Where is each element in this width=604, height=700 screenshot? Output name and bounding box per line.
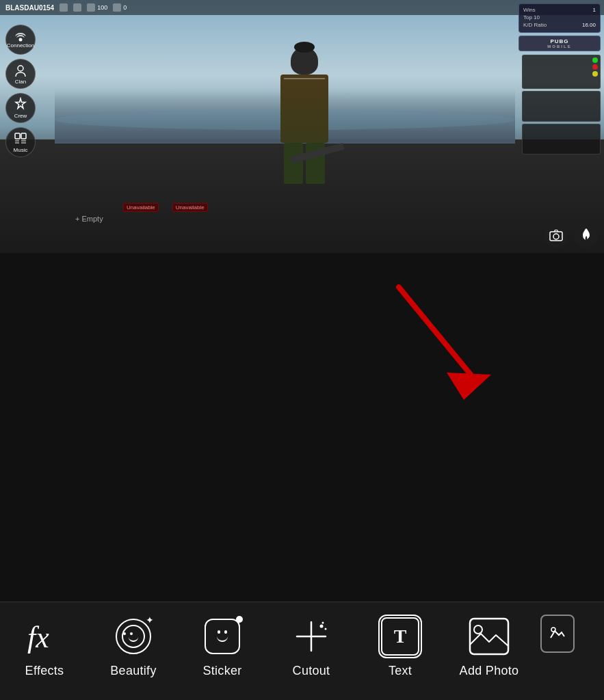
sidebar-music[interactable]: Music	[5, 127, 36, 157]
text-icon: T	[381, 617, 419, 656]
sticker-icon	[205, 619, 240, 654]
equip-slot-1	[522, 55, 601, 89]
right-stats-panel: Wins 1 Top 10 K/D Ratio 16.00 PUBG MOBIL…	[518, 3, 601, 51]
effects-icon-wrap: fx	[23, 615, 66, 658]
svg-point-12	[325, 628, 327, 630]
svg-rect-3	[21, 133, 26, 139]
crew-label: Crew	[14, 113, 27, 119]
slot-tags: Unavailable Unavailable	[123, 203, 208, 212]
empty-slot[interactable]: + Empty	[75, 212, 103, 224]
equip-slot-3	[522, 124, 601, 154]
hud-signal	[73, 3, 81, 12]
svg-text:fx: fx	[27, 621, 49, 654]
cutout-icon	[291, 617, 331, 656]
effects-label: Effects	[25, 664, 64, 678]
flame-icon[interactable]	[574, 223, 599, 247]
hud-battery	[60, 3, 68, 12]
kd-label: K/D Ratio	[523, 22, 547, 28]
toolbar-effects[interactable]: fx Effects	[0, 615, 89, 678]
stats-box: Wins 1 Top 10 K/D Ratio 16.00	[518, 3, 601, 33]
unavailable-tag-1: Unavailable	[123, 203, 159, 212]
svg-point-5	[553, 234, 559, 239]
dark-editing-area	[0, 253, 604, 602]
svg-point-15	[474, 625, 482, 634]
equip-slot-2	[522, 91, 601, 122]
pubg-logo: PUBG MOBILE	[518, 36, 601, 51]
toolbar-text[interactable]: T Text	[356, 615, 445, 678]
cutout-label: Cutout	[293, 664, 330, 678]
add-photo-label: Add Photo	[460, 664, 519, 678]
sticker-label: Sticker	[202, 664, 241, 678]
svg-point-0	[19, 38, 23, 42]
svg-marker-7	[447, 373, 491, 400]
bottom-right-icons	[544, 223, 599, 247]
kd-value: 16.00	[582, 22, 596, 28]
svg-rect-14	[470, 619, 508, 654]
top10-label: Top 10	[523, 14, 540, 21]
sidebar-crew[interactable]: Crew	[5, 93, 36, 123]
wins-value: 1	[593, 7, 596, 13]
clan-label: Clan	[15, 79, 26, 85]
connection-label: Connection	[7, 42, 34, 49]
toolbar-beautify[interactable]: ✦ Beautify	[89, 615, 178, 678]
camera-icon[interactable]	[544, 223, 568, 247]
beautify-label: Beautify	[110, 664, 156, 678]
text-t-icon: T	[394, 625, 407, 647]
next-tool-icon	[540, 615, 575, 653]
effects-icon: fx	[25, 615, 64, 658]
svg-point-11	[320, 625, 324, 628]
game-screenshot: BLASDAU0154 100 0 Connection	[0, 0, 604, 253]
hud-health: 100	[87, 3, 107, 12]
svg-rect-2	[15, 133, 20, 139]
wins-label: Wins	[523, 7, 536, 13]
top-hud: BLASDAU0154 100 0	[0, 0, 604, 15]
equip-area	[522, 55, 601, 157]
sticker-dot	[236, 616, 243, 623]
toolbar-next-partial[interactable]	[534, 615, 588, 653]
toolbar-cutout[interactable]: Cutout	[267, 615, 356, 678]
toolbar-add-photo[interactable]: Add Photo	[445, 615, 534, 678]
sidebar-connection[interactable]: Connection	[5, 25, 36, 55]
red-arrow-indicator	[371, 273, 508, 410]
unavailable-tag-2: Unavailable	[172, 203, 208, 212]
sticker-icon-wrap	[200, 615, 244, 658]
svg-line-6	[399, 287, 477, 383]
game-character	[260, 47, 349, 198]
beautify-icon-wrap: ✦	[111, 615, 155, 658]
svg-point-1	[18, 66, 23, 71]
left-sidebar: Connection Clan Crew Music	[5, 7, 36, 157]
sidebar-clan[interactable]: Clan	[5, 59, 36, 89]
svg-point-16	[551, 628, 555, 632]
cutout-icon-wrap	[289, 615, 333, 658]
add-photo-icon	[469, 617, 510, 656]
sparkle-icon: ✦	[146, 615, 155, 624]
hud-like: 0	[113, 3, 127, 12]
text-icon-wrap: T	[378, 615, 422, 658]
svg-point-13	[322, 622, 324, 624]
music-label: Music	[14, 147, 28, 153]
toolbar: fx Effects ✦ Beautify	[0, 602, 604, 700]
beautify-icon: ✦	[116, 619, 151, 654]
add-photo-icon-wrap	[467, 615, 511, 658]
toolbar-sticker[interactable]: Sticker	[178, 615, 267, 678]
text-label: Text	[389, 664, 412, 678]
